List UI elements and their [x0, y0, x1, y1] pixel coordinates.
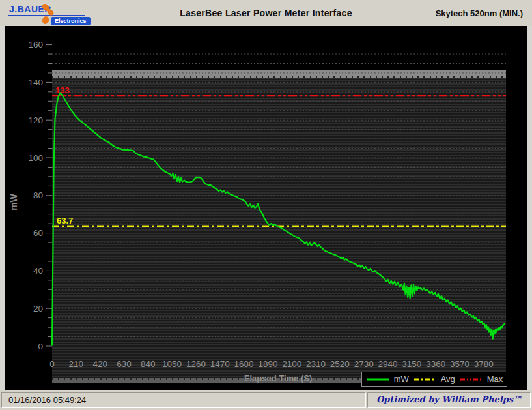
legend-label: Max [487, 374, 503, 384]
legend-label: Avg [441, 374, 455, 384]
plot-background [52, 78, 506, 378]
header-bar: J.BAUER Electronics LaserBee Laser Power… [0, 0, 532, 26]
legend-line-swatch [459, 377, 484, 382]
y-axis-label: mW [8, 188, 19, 216]
laserbee-app-window: J.BAUER Electronics LaserBee Laser Power… [0, 0, 532, 410]
status-panel-left: 01/16/2016 05:49:24 [1, 392, 366, 408]
status-bar: 01/16/2016 05:49:24 Optimized by William… [0, 390, 532, 410]
device-label: Skytech 520nm (MIN.) [436, 8, 523, 18]
legend-item-mw: mW [366, 374, 409, 384]
status-panel-right: Optimized by William Phelps™ [367, 392, 531, 408]
legend-item-max: Max [459, 374, 503, 384]
legend-label: mW [394, 374, 409, 384]
timestamp: 01/16/2016 05:49:24 [8, 395, 86, 405]
legend-line-swatch [366, 377, 391, 382]
x-axis-label: Elapsed Time (S) [226, 373, 330, 383]
window-edge-right[interactable] [527, 26, 532, 390]
plot-overrange-band [52, 70, 506, 78]
avg-line-label: 63.7 [57, 216, 73, 226]
window-edge-left [0, 26, 5, 390]
max-line-label: 133 [55, 85, 70, 95]
legend-line-swatch [413, 377, 438, 382]
chart-legend: mWAvgMax [361, 372, 507, 387]
legend-item-avg: Avg [413, 374, 455, 384]
credit-text: Optimized by William Phelps™ [368, 394, 530, 404]
chart-area [0, 26, 532, 390]
